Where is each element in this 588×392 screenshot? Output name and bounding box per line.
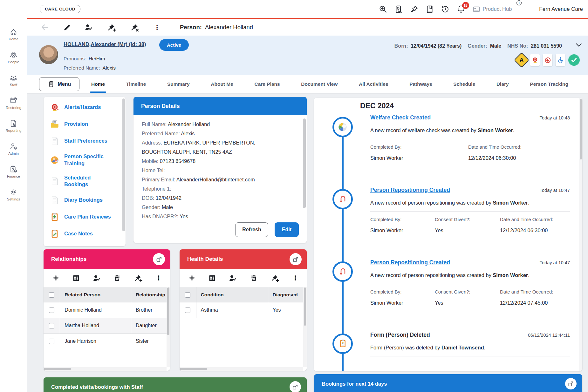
info-icon[interactable]: i: [516, 0, 522, 5]
notifications-bell[interactable]: 18: [457, 5, 465, 13]
delete-trash-icon[interactable]: [113, 274, 121, 282]
refresh-button[interactable]: Refresh: [235, 222, 268, 237]
more-options-icon[interactable]: ⋮: [155, 274, 162, 282]
menu-item-provision[interactable]: Provision: [50, 119, 122, 129]
expand-completed-visits-button[interactable]: [290, 381, 301, 392]
pin-add-icon[interactable]: [107, 23, 116, 32]
edit-pencil-icon[interactable]: [63, 24, 71, 31]
rail-item-admin[interactable]: Admin: [8, 142, 19, 155]
relationships-horizontal-scrollbar[interactable]: [44, 367, 167, 371]
row-checkbox[interactable]: [49, 339, 54, 344]
back-arrow-icon[interactable]: [40, 23, 49, 32]
tab-timeline[interactable]: Timeline: [126, 75, 146, 93]
menu-item-diary-bookings[interactable]: Diary Bookings: [50, 195, 122, 205]
health-vertical-scrollbar[interactable]: [303, 287, 307, 367]
rail-item-finance[interactable]: Finance: [7, 165, 20, 178]
timeline-entry-link[interactable]: Person Repositioning Created: [370, 259, 450, 266]
tab-all-activities[interactable]: All Activities: [359, 75, 388, 93]
timeline-node-form: [332, 334, 353, 354]
tab-person-tracking[interactable]: Person Tracking: [530, 75, 568, 93]
product-hub-button[interactable]: Product Hub: [473, 5, 512, 13]
edit-button[interactable]: Edit: [275, 222, 299, 237]
timeline-entry: Welfare Check Created Today at 10:48 A n…: [370, 114, 570, 161]
excel-export-icon[interactable]: [209, 274, 216, 282]
tab-care-plans[interactable]: Care Plans: [255, 75, 280, 93]
mobility-flag-icon[interactable]: [556, 54, 565, 66]
history-icon[interactable]: [441, 5, 449, 13]
person-check-icon[interactable]: [229, 274, 237, 282]
menu-item-staff-preferences[interactable]: Staff Preferences: [50, 136, 122, 146]
table-row[interactable]: Asthma Yes: [180, 302, 307, 318]
divider: [370, 284, 570, 284]
timeline-entry-link[interactable]: Welfare Check Created: [370, 114, 431, 121]
col-diagnosed[interactable]: Diagnosed: [268, 287, 307, 302]
menu-scrollbar[interactable]: [122, 98, 125, 231]
expand-bookings-button[interactable]: [565, 378, 577, 389]
menu-item-case-notes[interactable]: Case Notes: [50, 229, 122, 239]
menu-item-alerts-hazards[interactable]: Alerts/Hazards: [50, 103, 122, 112]
expand-relationships-button[interactable]: [153, 253, 165, 265]
row-checkbox[interactable]: [49, 323, 54, 328]
relationships-vertical-scrollbar[interactable]: [167, 287, 170, 367]
col-relationship[interactable]: Relationship: [131, 287, 170, 302]
table-row[interactable]: Dominic Holland Brother: [44, 302, 170, 318]
hazard-diamond-icon[interactable]: A: [514, 52, 529, 68]
rail-item-settings[interactable]: Settings: [7, 188, 20, 201]
health-horizontal-scrollbar[interactable]: [180, 367, 303, 371]
tab-diary[interactable]: Diary: [496, 75, 509, 93]
menu-item-person-specific-training[interactable]: Person Specific Training: [50, 153, 122, 167]
delete-trash-icon[interactable]: [250, 274, 257, 282]
col-condition[interactable]: Condition: [196, 287, 268, 302]
expand-health-button[interactable]: [290, 253, 302, 265]
menu-item-care-monitoring-charts[interactable]: Care Monitoring Charts: [50, 246, 122, 246]
person-photo[interactable]: [39, 45, 58, 64]
rail-item-staff[interactable]: Staff: [10, 74, 17, 87]
menu-item-care-plan-reviews[interactable]: Care Plan Reviews: [50, 212, 122, 222]
person-search-icon[interactable]: [394, 5, 403, 13]
field-value: Yes: [435, 300, 500, 306]
pin-remove-icon[interactable]: [130, 23, 139, 32]
tab-home[interactable]: Home: [91, 75, 105, 93]
timeline-entry-link[interactable]: Person Repositioning Created: [370, 187, 450, 193]
select-all-checkbox[interactable]: [49, 292, 54, 298]
app-logo-icon[interactable]: [6, 3, 21, 17]
tab-document-view[interactable]: Document View: [301, 75, 338, 93]
timeline-scrollbar[interactable]: [579, 98, 582, 371]
menu-item-scheduled-bookings[interactable]: Scheduled Bookings: [50, 174, 122, 188]
col-related-person[interactable]: Related Person: [60, 287, 131, 302]
more-options-icon[interactable]: ⋮: [292, 274, 298, 282]
tab-pathways[interactable]: Pathways: [409, 75, 432, 93]
rail-item-people[interactable]: People: [8, 51, 19, 64]
menu-button[interactable]: Menu: [39, 77, 79, 91]
pin-add-icon[interactable]: [134, 274, 142, 282]
rail-item-rostering[interactable]: Rostering: [6, 97, 21, 110]
table-row[interactable]: Jane Harrison Sister: [44, 334, 170, 349]
tab-about-me[interactable]: About Me: [211, 75, 233, 93]
chevron-down-icon[interactable]: [575, 41, 583, 49]
person-check-icon[interactable]: [93, 274, 101, 282]
person-details-scrollbar[interactable]: [303, 118, 306, 208]
row-checkbox[interactable]: [49, 308, 54, 313]
excel-export-icon[interactable]: [72, 274, 80, 282]
status-check-icon[interactable]: [568, 54, 580, 66]
pin-add-icon[interactable]: [270, 274, 279, 282]
add-icon[interactable]: [188, 274, 195, 281]
select-all-cell: [44, 287, 60, 302]
tab-summary[interactable]: Summary: [167, 75, 190, 93]
person-check-icon[interactable]: [85, 24, 93, 31]
bookmark-icon[interactable]: [426, 5, 434, 13]
select-all-checkbox[interactable]: [185, 292, 190, 298]
person-name-link[interactable]: HOLLAND,Alexander (Mr) (Id: 38): [64, 41, 146, 47]
zoom-search-icon[interactable]: [379, 5, 387, 13]
dnacpr-flag-icon[interactable]: [543, 54, 552, 66]
row-checkbox[interactable]: [185, 308, 190, 313]
clipboard-pencil-icon: [50, 229, 59, 239]
table-row[interactable]: Martha Holland Daughter: [44, 318, 170, 334]
pin-icon[interactable]: [410, 5, 418, 13]
rail-item-reporting[interactable]: Reporting: [6, 119, 22, 132]
alarm-flag-icon[interactable]: [530, 54, 540, 66]
tab-schedule[interactable]: Schedule: [453, 75, 475, 93]
rail-item-home[interactable]: Home: [9, 28, 18, 41]
add-icon[interactable]: [52, 274, 59, 281]
more-options-icon[interactable]: ⋮: [154, 24, 160, 31]
